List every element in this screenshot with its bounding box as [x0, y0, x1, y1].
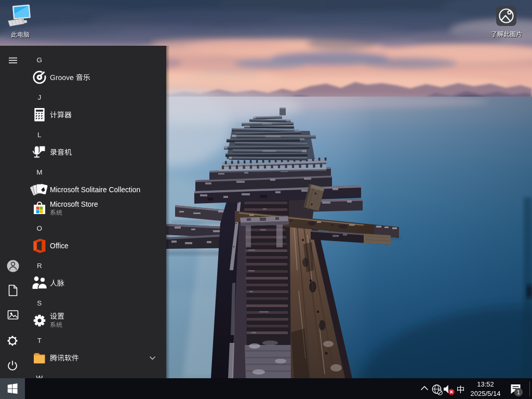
- svg-text:G: G: [37, 56, 43, 64]
- svg-text:1: 1: [517, 389, 520, 395]
- svg-text:S: S: [37, 299, 42, 307]
- svg-text:R: R: [37, 262, 42, 270]
- svg-text:Office: Office: [50, 242, 69, 250]
- svg-text:J: J: [37, 94, 41, 101]
- svg-text:Microsoft Store: Microsoft Store: [50, 201, 98, 208]
- svg-text:T: T: [37, 337, 42, 344]
- svg-text:2025/5/14: 2025/5/14: [471, 390, 501, 397]
- svg-text:13:52: 13:52: [477, 380, 494, 388]
- svg-text:O: O: [37, 224, 43, 232]
- svg-text:Microsoft Solitaire Collection: Microsoft Solitaire Collection: [50, 186, 140, 194]
- svg-text:M: M: [36, 168, 42, 176]
- svg-text:L: L: [37, 131, 42, 139]
